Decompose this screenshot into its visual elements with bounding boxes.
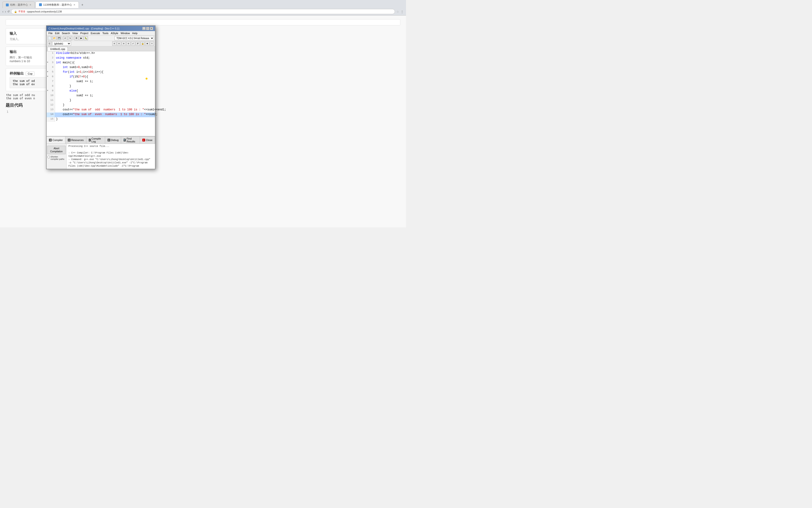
menu-help[interactable]: Help — [131, 31, 139, 35]
menu-window[interactable]: Window — [120, 31, 131, 35]
code-line-13: 13 cout<<"the sum of odd numbers 1 to 10… — [47, 108, 155, 113]
code-line-3: ▼3 int main(){ — [47, 61, 155, 66]
back-button[interactable]: ‹ — [2, 10, 4, 13]
toolbar-save-btn[interactable]: 💾 — [57, 36, 61, 40]
line-num-7: 7 — [47, 80, 55, 84]
toolbar-sep1 — [62, 36, 62, 40]
shorten-compiler-checkbox[interactable] — [48, 156, 50, 158]
toolbar-star-icon[interactable]: ★ — [145, 41, 149, 46]
code-text-12: } — [55, 103, 65, 108]
bottom-tab-resources[interactable]: R Resources — [65, 136, 86, 143]
shorten-compiler-label[interactable]: Shorten compiler paths — [48, 156, 65, 160]
tab2-close-icon[interactable]: ✕ — [74, 4, 75, 6]
refresh-button[interactable]: ↺ — [7, 10, 10, 13]
code-text-9: else{ — [55, 89, 79, 94]
yellow-dot — [146, 78, 147, 80]
tab1-favicon — [6, 4, 9, 6]
bottom-content: Abort Compilation Shorten compiler paths… — [47, 144, 155, 169]
toolbar-debug-btn[interactable]: 🐛 — [84, 36, 88, 40]
url-text: cpppschool.cn/question/p1138 — [27, 10, 62, 13]
tab1-label: 结构 - 题库中心 — [10, 3, 28, 7]
compiler-selector[interactable]: TDM-GCC 4.9.2 64-bit Release — [114, 36, 154, 40]
menu-file[interactable]: File — [47, 31, 54, 35]
line-num-8: 8 — [47, 84, 55, 89]
close-tab-label: Close — [146, 139, 152, 141]
toolbar-redo-btn[interactable]: ↪ — [68, 36, 72, 40]
compilelog-tab-icon: L — [89, 139, 91, 141]
code-text-7: sum1 += i; — [55, 80, 94, 84]
toolbar-lock-icon[interactable]: 🔒 — [140, 41, 145, 46]
toolbar-x-icon[interactable]: ✗ — [136, 41, 140, 46]
toolbar-btn-d[interactable]: ≡ — [126, 41, 131, 46]
menu-project[interactable]: Project — [79, 31, 89, 35]
toolbar-undo-btn[interactable]: ↩ — [63, 36, 67, 40]
abort-compilation-button[interactable]: Abort Compilation — [47, 146, 66, 154]
bottom-tab-close[interactable]: ✕ Close — [140, 136, 155, 143]
address-bar-row: ‹ › ↺ 🔒 不安全 cpppschool.cn/question/p1138… — [0, 8, 406, 15]
menu-tools[interactable]: Tools — [101, 31, 110, 35]
code-text-11: } — [55, 98, 72, 103]
shorten-label-text: Shorten compiler paths — [51, 156, 65, 160]
code-empty[interactable] — [47, 122, 155, 136]
new-tab-button[interactable]: + — [80, 2, 85, 7]
bookmark-icon[interactable]: ☆ — [396, 10, 399, 13]
toolbar-btn-b[interactable]: ≡ — [117, 41, 121, 46]
code-text-5: for(int i=1;i<=100;i++){ — [55, 70, 104, 75]
code-line-14[interactable]: 14 cout<<"the sum of even numbers 1 to 1… — [47, 113, 155, 117]
bottom-tab-findresults[interactable]: 🔍 Find Results — [121, 136, 140, 143]
bottom-tab-compiler[interactable]: ⚙ Compiler — [47, 136, 65, 143]
line-num-6: ▼6 — [47, 75, 55, 80]
address-bar[interactable]: 🔒 不安全 cpppschool.cn/question/p1138 — [11, 9, 395, 14]
toolbar-sep2 — [73, 36, 74, 40]
toolbar-check-icon[interactable]: ✓ — [131, 41, 135, 46]
close-button[interactable]: ✕ — [150, 27, 153, 30]
code-text-13: cout<<"the sum of odd numbers 1 to 100 i… — [55, 108, 167, 113]
toolbar-compile-btn[interactable]: ⚙ — [74, 36, 79, 40]
toolbar-class-btn[interactable]: C — [48, 41, 52, 46]
line-num-12: 12 — [47, 103, 55, 108]
menu-astyle[interactable]: AStyle — [110, 31, 120, 35]
devcpp-toolbar-1: 📄 📂 💾 ↩ ↪ ⚙ ▶ 🐛 TDM-GCC 4.9.2 64-bit Rel… — [47, 36, 155, 41]
maximize-button[interactable]: □ — [146, 27, 149, 30]
fold-3-icon: ▼ — [47, 61, 48, 63]
copy-button[interactable]: Cop — [26, 72, 35, 76]
toolbar-open-btn[interactable]: 📂 — [52, 36, 56, 40]
minimize-button[interactable]: _ — [142, 27, 146, 30]
browser-tab-2[interactable]: 1138奇数数和 - 题库中心 ✕ — [36, 1, 79, 8]
bottom-tab-debug[interactable]: D Debug — [105, 136, 121, 143]
toolbar-new-btn[interactable]: 📄 — [48, 36, 52, 40]
file-tab-active[interactable]: Untitled1.cpp — [48, 47, 68, 51]
close-tab-icon: ✕ — [142, 139, 145, 141]
browser-tab-1[interactable]: 结构 - 题库中心 ✕ — [2, 1, 35, 8]
devcpp-code-area[interactable]: 1 #include<bits/stdc++.h> 2 using namesp… — [47, 51, 155, 136]
lock-icon: 🔒 — [14, 10, 17, 13]
menu-view[interactable]: View — [71, 31, 79, 35]
code-line-2: 2 using namespace std; — [47, 56, 155, 61]
code-text-8: } — [55, 84, 72, 89]
code-text-14: cout<<"the sum of even numbers 1 to 100 … — [55, 113, 158, 117]
log-line-3: - C++ Compiler: C:\Program Files (x86)\D… — [68, 152, 153, 158]
menu-search[interactable]: Search — [61, 31, 71, 35]
bottom-tab-compilelog[interactable]: L Compile Log — [86, 136, 105, 143]
toolbar-btn-c[interactable]: ≡ — [122, 41, 126, 46]
line-num-3: ▼3 — [47, 61, 55, 66]
fold-5-icon: ▼ — [47, 71, 48, 73]
page-content: 输入 无输入。 输出 两行，第一行输出 numbers 1 to 10 样例输出… — [0, 15, 406, 227]
code-line-1: 1 #include<bits/stdc++.h> — [47, 51, 155, 56]
menu-execute[interactable]: Execute — [89, 31, 101, 35]
fold-6-icon: ▼ — [47, 75, 48, 78]
tab2-label: 1138奇数数和 - 题库中心 — [43, 3, 72, 7]
log-line-4: - Command: g++.exe "C:\Users\Lihong\Desk… — [68, 158, 153, 168]
tab1-close-icon[interactable]: ✕ — [30, 4, 31, 6]
toolbar-run-btn[interactable]: ▶ — [79, 36, 83, 40]
code-line-4: 4 int sum1=0,sum2=0; — [47, 66, 155, 70]
devcpp-bottom-panel: ⚙ Compiler R Resources L Compile Log D D… — [47, 136, 155, 169]
globals-selector[interactable]: (globals) — [52, 41, 71, 46]
toolbar-plus-icon[interactable]: + — [150, 41, 154, 46]
forward-button[interactable]: › — [5, 10, 6, 13]
toolbar-btn-a[interactable]: ≡ — [112, 41, 116, 46]
menu-edit[interactable]: Edit — [54, 31, 61, 35]
findresults-tab-label: Find Results — [127, 137, 137, 143]
menu-icon[interactable]: ⋮ — [400, 10, 403, 13]
code-text-15: } — [55, 117, 58, 122]
